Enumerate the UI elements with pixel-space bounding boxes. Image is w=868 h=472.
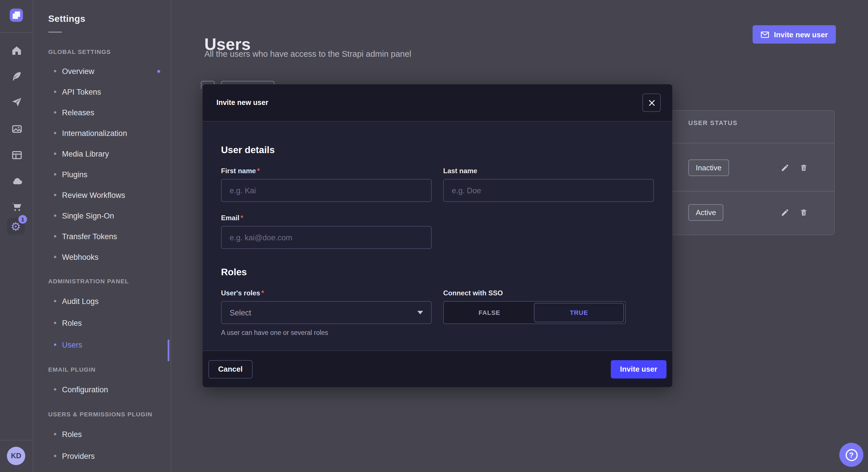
sidebar-item-internationalization[interactable]: Internationalization (48, 123, 170, 143)
bullet-icon (54, 111, 56, 113)
delete-trash-icon[interactable] (800, 208, 808, 217)
sidebar-item-up-roles[interactable]: Roles (48, 423, 170, 445)
email-field[interactable] (221, 226, 432, 249)
rail-divider (0, 32, 33, 33)
last-name-field[interactable] (443, 179, 654, 202)
email-group: Email* (221, 214, 432, 249)
users-roles-group: User's roles* Select A user can have one… (221, 289, 432, 336)
edit-pencil-icon[interactable] (781, 208, 789, 217)
bullet-icon (54, 300, 56, 302)
invite-new-user-modal: Invite new user User details First name*… (203, 84, 672, 387)
content-type-builder-icon[interactable] (0, 147, 33, 162)
bullet-icon (54, 388, 56, 391)
strapi-admin: ⚙ 1 KD Settings GLOBAL SETTINGS Overview… (0, 0, 868, 472)
sidebar-item-api-tokens[interactable]: API Tokens (48, 81, 170, 102)
bullet-icon (54, 194, 56, 196)
close-icon[interactable] (642, 94, 661, 112)
section-header-users-permissions-plugin: USERS & PERMISSIONS PLUGIN (48, 411, 170, 417)
sidebar-item-webhooks[interactable]: Webhooks (48, 247, 170, 267)
settings-notification-badge: 1 (19, 215, 27, 224)
last-name-label: Last name (443, 167, 654, 175)
first-name-field[interactable] (221, 179, 432, 202)
delete-trash-icon[interactable] (800, 164, 808, 172)
sidebar-item-media-library[interactable]: Media Library (48, 143, 170, 164)
page-subtitle: All the users who have access to the Str… (205, 49, 411, 59)
sidebar-item-overview[interactable]: Overview (48, 61, 170, 81)
roles-select[interactable]: Select (221, 301, 432, 324)
bullet-icon (54, 214, 56, 217)
bullet-icon (54, 322, 56, 324)
sidebar-item-users[interactable]: Users (48, 334, 170, 356)
sidebar-item-transfer-tokens[interactable]: Transfer Tokens (48, 226, 170, 247)
chevron-down-icon (417, 311, 423, 314)
required-asterisk: * (239, 214, 243, 222)
users-roles-label: User's roles* (221, 289, 432, 297)
marketplace-cart-icon[interactable] (0, 200, 33, 214)
invite-user-button[interactable]: Invite user (611, 360, 666, 378)
sso-group: Connect with SSO FALSE TRUE (443, 289, 654, 336)
sso-toggle-false[interactable]: FALSE (445, 303, 534, 322)
cloud-icon[interactable] (0, 173, 33, 188)
sso-label: Connect with SSO (443, 289, 654, 297)
sidebar-item-audit-logs[interactable]: Audit Logs (48, 290, 170, 312)
content-manager-feather-icon[interactable] (0, 69, 33, 84)
invite-new-user-button[interactable]: Invite new user (753, 25, 836, 43)
section-header-administration-panel: ADMINISTRATION PANEL (48, 278, 170, 284)
modal-header: Invite new user (203, 84, 672, 122)
bullet-icon (54, 70, 56, 72)
bullet-icon (54, 132, 56, 134)
modal-title: Invite new user (216, 99, 268, 107)
cancel-button[interactable]: Cancel (208, 360, 252, 378)
bullet-icon (54, 91, 56, 93)
sidebar-title-divider (48, 32, 62, 33)
status-badge-active: Active (688, 204, 724, 221)
user-status-column-header: USER STATUS (688, 119, 737, 126)
required-asterisk: * (256, 167, 259, 175)
status-badge-inactive: Inactive (688, 160, 729, 176)
strapi-logo-glyph (12, 11, 20, 19)
sidebar-item-admin-roles[interactable]: Roles (48, 312, 170, 334)
users-permissions-list: Roles Providers (48, 423, 170, 467)
sidebar-title: Settings (48, 14, 170, 24)
sso-toggle-true[interactable]: TRUE (534, 303, 624, 322)
sidebar-item-providers[interactable]: Providers (48, 445, 170, 467)
roles-select-value: Select (229, 308, 251, 317)
first-name-group: First name* (221, 167, 432, 202)
edit-pencil-icon[interactable] (781, 164, 789, 172)
bullet-icon (54, 455, 56, 457)
user-avatar[interactable]: KD (7, 447, 25, 465)
bullet-icon (54, 153, 56, 155)
home-icon[interactable] (0, 43, 33, 58)
question-mark-icon: ? (845, 449, 857, 461)
email-plugin-list: Configuration (48, 378, 170, 400)
icon-rail: ⚙ 1 KD (0, 0, 33, 472)
sidebar-item-review-workflows[interactable]: Review Workflows (48, 185, 170, 205)
section-header-global-settings: GLOBAL SETTINGS (48, 48, 170, 55)
sidebar-item-single-sign-on[interactable]: Single Sign-On (48, 205, 170, 226)
overview-notification-dot (157, 70, 160, 72)
last-name-group: Last name (443, 167, 654, 202)
sidebar-item-configuration[interactable]: Configuration (48, 378, 170, 400)
bullet-icon (54, 433, 56, 435)
envelope-icon (761, 31, 769, 38)
sidebar-item-plugins[interactable]: Plugins (48, 164, 170, 185)
settings-sidebar: Settings GLOBAL SETTINGS Overview API To… (33, 0, 171, 472)
administration-panel-list: Audit Logs Roles Users (48, 290, 170, 356)
strapi-logo[interactable] (10, 9, 23, 22)
roles-helper-text: A user can have one or several roles (221, 329, 432, 336)
sidebar-scrollbar-thumb[interactable] (167, 339, 169, 361)
bullet-icon (54, 256, 56, 258)
user-details-heading: User details (221, 144, 654, 156)
modal-body: User details First name* Last name Email… (203, 122, 672, 350)
help-button[interactable]: ? (839, 443, 863, 467)
sso-toggle: FALSE TRUE (443, 301, 626, 324)
bullet-icon (54, 343, 56, 346)
media-library-icon[interactable] (0, 121, 33, 136)
first-name-label: First name* (221, 167, 432, 175)
section-header-email-plugin: EMAIL PLUGIN (48, 366, 170, 373)
send-plane-icon[interactable] (0, 95, 33, 109)
email-label: Email* (221, 214, 432, 222)
sidebar-item-releases[interactable]: Releases (48, 102, 170, 123)
bullet-icon (54, 235, 56, 237)
global-settings-list: Overview API Tokens Releases Internation… (48, 61, 170, 267)
